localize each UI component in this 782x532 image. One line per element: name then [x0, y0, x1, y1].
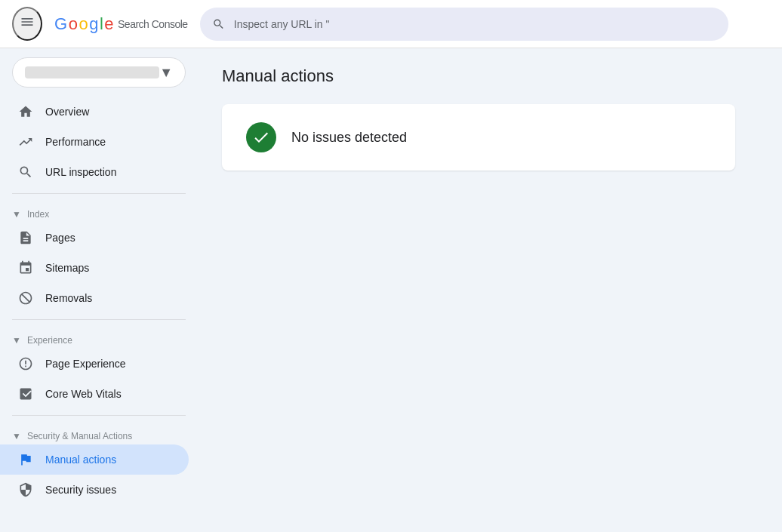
menu-button[interactable]	[12, 7, 42, 41]
property-selector-text	[25, 66, 159, 78]
chevron-index-icon: ▼	[12, 209, 21, 220]
google-logo: Google Search Console	[54, 14, 188, 34]
page-title: Manual actions	[222, 66, 758, 86]
sidebar-item-sitemaps[interactable]: Sitemaps	[0, 253, 189, 283]
sidebar-item-url-inspection[interactable]: URL inspection	[0, 157, 189, 187]
sidebar-item-security-issues[interactable]: Security issues	[0, 475, 189, 505]
search-bar[interactable]	[200, 8, 728, 41]
sidebar-item-pages[interactable]: Pages	[0, 223, 189, 253]
sidebar-item-security-issues-label: Security issues	[45, 484, 116, 496]
sidebar-item-overview[interactable]: Overview	[0, 97, 189, 127]
main-content: Manual actions No issues detected	[198, 48, 782, 532]
section-index-label: Index	[27, 209, 49, 220]
sidebar-item-page-experience[interactable]: Page Experience	[0, 349, 189, 379]
flag-icon	[18, 452, 33, 467]
sidebar-item-performance-label: Performance	[45, 136, 106, 148]
divider-2	[12, 319, 186, 320]
sidebar-item-overview-label: Overview	[45, 106, 89, 118]
removals-icon	[18, 291, 33, 306]
section-experience-header[interactable]: ▼ Experience	[0, 326, 198, 349]
sidebar-item-url-inspection-label: URL inspection	[45, 166, 116, 178]
sidebar-item-sitemaps-label: Sitemaps	[45, 262, 89, 274]
sidebar-item-removals[interactable]: Removals	[0, 283, 189, 313]
chevron-security-icon: ▼	[12, 431, 21, 441]
sidebar-item-pages-label: Pages	[45, 232, 75, 244]
sitemaps-icon	[18, 260, 33, 275]
no-issues-message: No issues detected	[291, 130, 407, 146]
sidebar-item-page-experience-label: Page Experience	[45, 358, 126, 370]
sidebar-item-manual-actions[interactable]: Manual actions	[0, 444, 189, 475]
sidebar-item-core-web-vitals[interactable]: Core Web Vitals	[0, 379, 189, 409]
divider-1	[12, 193, 186, 194]
header: Google Search Console	[0, 0, 782, 48]
home-icon	[18, 104, 33, 119]
section-security-label: Security & Manual Actions	[27, 431, 132, 441]
sidebar-item-core-web-vitals-label: Core Web Vitals	[45, 388, 122, 400]
search-icon	[212, 17, 225, 31]
url-search-input[interactable]	[234, 18, 716, 30]
trending-up-icon	[18, 134, 33, 149]
shield-icon	[18, 482, 33, 497]
search-icon	[18, 165, 33, 180]
sidebar-item-removals-label: Removals	[45, 292, 92, 304]
no-issues-card: No issues detected	[222, 104, 735, 171]
sidebar-item-manual-actions-label: Manual actions	[45, 454, 116, 466]
section-index-header[interactable]: ▼ Index	[0, 200, 198, 223]
sidebar: ▼ Overview Performance	[0, 48, 198, 532]
sidebar-item-performance[interactable]: Performance	[0, 127, 189, 157]
page-experience-icon	[18, 356, 33, 371]
product-name: Search Console	[118, 18, 188, 30]
section-experience-label: Experience	[27, 335, 72, 346]
section-security-header[interactable]: ▼ Security & Manual Actions	[0, 422, 198, 444]
app-layout: ▼ Overview Performance	[0, 48, 782, 532]
property-selector[interactable]: ▼	[12, 57, 186, 88]
pages-icon	[18, 230, 33, 245]
divider-3	[12, 415, 186, 416]
check-circle-icon	[246, 122, 276, 152]
chevron-down-icon: ▼	[159, 65, 173, 81]
chevron-experience-icon: ▼	[12, 335, 21, 346]
core-web-vitals-icon	[18, 386, 33, 401]
